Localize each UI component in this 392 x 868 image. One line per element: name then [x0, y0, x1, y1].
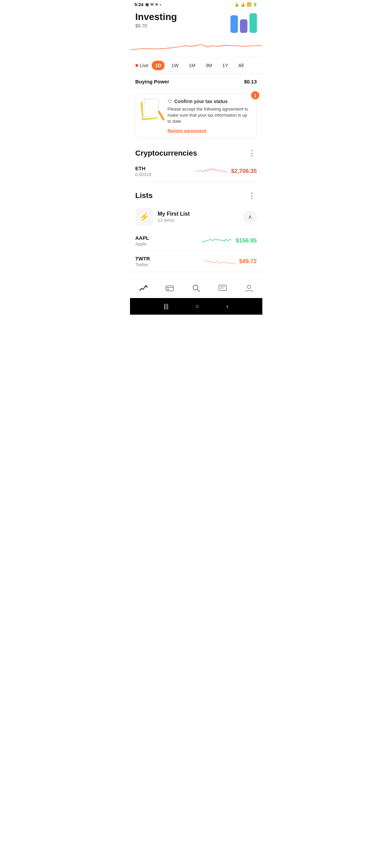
messages-nav-icon	[218, 284, 227, 293]
twtr-price: $49.72	[239, 258, 257, 265]
my-first-list-row[interactable]: ⚡ My First List 13 items ∧	[130, 203, 262, 231]
shield-check-icon: 🛡	[168, 99, 172, 104]
filter-all[interactable]: All	[235, 61, 247, 70]
aapl-asset-row[interactable]: AAPL Apple $156.95	[130, 231, 262, 251]
twtr-info: TWTR Twitter	[135, 256, 201, 267]
crypto-more-button[interactable]: ⋮	[247, 150, 257, 157]
network-icon: 📶	[247, 2, 251, 7]
header-chart-icons	[230, 12, 257, 33]
svg-point-8	[247, 285, 251, 289]
filter-3m[interactable]: 3M	[202, 61, 216, 70]
message-icon: ✉	[150, 2, 153, 7]
lists-section-title: Lists	[135, 191, 153, 200]
tax-notice-content: 🛡 Confirm your tax status Please accept …	[168, 99, 252, 134]
bar-chart-3	[249, 13, 257, 33]
filter-1d[interactable]: 1D	[152, 61, 165, 70]
dot-icon: •	[160, 3, 161, 7]
lists-more-button[interactable]: ⋮	[247, 192, 257, 199]
investing-nav-icon	[139, 284, 148, 293]
svg-rect-0	[166, 286, 173, 291]
live-label: Live	[140, 63, 149, 68]
sim-icon: ▣	[145, 2, 149, 7]
nav-search[interactable]	[188, 282, 205, 294]
cards-nav-icon	[165, 284, 174, 293]
doc-layer-3	[144, 98, 159, 117]
filter-1y[interactable]: 1Y	[219, 61, 231, 70]
svg-rect-5	[219, 285, 226, 291]
page-title: Investing	[135, 12, 177, 22]
bar-chart-2	[240, 19, 247, 33]
review-agreement-link[interactable]: Review agreement	[168, 128, 206, 133]
live-indicator[interactable]: Live	[135, 63, 149, 68]
header: Investing $8.70	[130, 9, 262, 37]
eth-symbol: ETH	[135, 165, 192, 171]
wifi-icon: ≋	[155, 2, 158, 7]
filter-1m[interactable]: 1M	[185, 61, 199, 70]
time-filter-bar: Live 1D 1W 1M 3M 1Y All	[130, 57, 262, 74]
tax-badge: 1	[251, 91, 259, 99]
list-count: 13 items	[158, 218, 239, 223]
battery-icon: 🔋	[253, 2, 258, 7]
list-info: My First List 13 items	[158, 211, 239, 223]
aapl-info: AAPL Apple	[135, 235, 198, 246]
list-icon: ⚡	[135, 208, 153, 226]
status-bar: 5:24 ▣ ✉ ≋ • 🔒 🔔 📶 🔋	[130, 0, 262, 9]
profile-nav-icon	[245, 284, 254, 293]
twtr-symbol: TWTR	[135, 256, 201, 261]
aapl-price: $156.95	[236, 237, 257, 244]
chevron-up-icon: ∧	[248, 214, 252, 220]
nav-profile[interactable]	[241, 282, 258, 294]
twtr-name: Twitter	[135, 262, 201, 267]
svg-rect-2	[167, 289, 169, 290]
eth-sparkline	[197, 165, 227, 177]
bottom-nav	[130, 279, 262, 298]
lists-section: Lists ⋮ ⚡ My First List 13 items ∧ AAPL …	[130, 185, 262, 272]
tax-notice-card[interactable]: 🛡 Confirm your tax status Please accept …	[135, 94, 257, 139]
list-name: My First List	[158, 211, 239, 217]
live-dot	[135, 64, 138, 67]
buying-power-row: Buying Power $0.13	[130, 74, 262, 90]
nav-messages[interactable]	[214, 282, 231, 294]
portfolio-chart	[130, 37, 262, 57]
filter-1w[interactable]: 1W	[168, 61, 182, 70]
bar-chart-1	[230, 15, 238, 33]
back-button[interactable]: ‹	[226, 303, 228, 310]
crypto-section-title: Cryptocurrencies	[135, 149, 197, 158]
nav-investing[interactable]	[135, 282, 152, 294]
list-collapse-button[interactable]: ∧	[243, 210, 257, 224]
home-button[interactable]: ○	[195, 303, 199, 310]
eth-price: $2,706.35	[231, 168, 257, 175]
status-time: 5:24	[135, 2, 144, 7]
lock-icon: 🔒	[235, 2, 239, 7]
buying-power-label: Buying Power	[135, 79, 169, 84]
twtr-sparkline	[205, 255, 235, 268]
aapl-symbol: AAPL	[135, 235, 198, 241]
tax-illustration	[141, 99, 164, 122]
crypto-section-header: Cryptocurrencies ⋮	[130, 143, 262, 161]
bell-icon: 🔔	[241, 2, 245, 7]
portfolio-value: $8.70	[135, 23, 177, 28]
lists-section-header: Lists ⋮	[130, 185, 262, 203]
tax-notice-title: Confirm your tax status	[174, 99, 228, 104]
lightning-icon: ⚡	[139, 212, 149, 222]
recent-apps-button[interactable]: |||	[164, 303, 168, 310]
eth-info: ETH 0.00319	[135, 165, 192, 177]
tax-notice-body: Please accept the following agreement to…	[168, 106, 252, 125]
nav-cards[interactable]	[161, 282, 178, 294]
aapl-name: Apple	[135, 241, 198, 246]
aapl-sparkline	[201, 235, 232, 247]
tax-title-row: 🛡 Confirm your tax status	[168, 99, 252, 104]
svg-line-4	[197, 289, 200, 292]
search-nav-icon	[192, 284, 201, 293]
buying-power-value: $0.13	[244, 79, 257, 84]
system-nav-bar: ||| ○ ‹	[130, 298, 262, 315]
twtr-asset-row[interactable]: TWTR Twitter $49.72	[130, 251, 262, 272]
eth-holdings: 0.00319	[135, 172, 192, 177]
eth-asset-row[interactable]: ETH 0.00319 $2,706.35	[130, 161, 262, 182]
